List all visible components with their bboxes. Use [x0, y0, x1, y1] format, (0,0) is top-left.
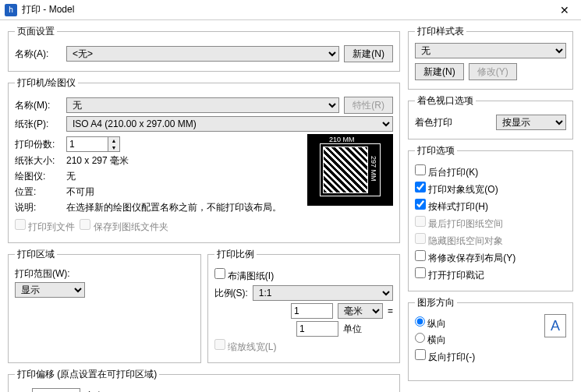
app-icon: h [5, 4, 17, 16]
desc-label: 说明: [15, 201, 62, 214]
offset-x-input[interactable] [32, 388, 80, 392]
landscape-radio[interactable]: 横向 [415, 333, 446, 347]
opt-lineweight-check[interactable]: 打印对象线宽(O) [415, 182, 498, 196]
scale-label: 比例(S): [214, 287, 248, 300]
opt-background-check[interactable]: 后台打印(K) [415, 164, 478, 179]
printer-name-label: 名称(M): [15, 99, 62, 112]
range-select[interactable]: 显示 [15, 282, 85, 298]
portrait-radio[interactable]: 纵向 [415, 316, 446, 330]
plot-area-legend: 打印区域 [15, 248, 57, 261]
plot-offset-legend: 打印偏移 (原点设置在可打印区域) [15, 368, 159, 381]
copies-spinner[interactable]: ▲▼ [66, 136, 120, 152]
paper-label: 纸张(P): [15, 118, 62, 131]
style-edit-button[interactable]: 修改(Y) [469, 63, 517, 80]
opt-hide-paperspace-check[interactable]: 隐藏图纸空间对象 [415, 233, 503, 248]
orientation-legend: 图形方向 [415, 296, 457, 309]
paper-preview: 210 MM 297 MM [307, 134, 393, 206]
scale-eq: = [388, 305, 393, 316]
offset-x-unit: 毫米 [85, 390, 104, 393]
page-setup-legend: 页面设置 [15, 25, 57, 38]
opt-last-paperspace-check[interactable]: 最后打印图纸空间 [415, 216, 503, 231]
plotter-value: 无 [66, 170, 76, 183]
print-to-file-check[interactable]: 打印到文件 [15, 219, 75, 234]
scale-unit-select[interactable]: 毫米 [338, 303, 383, 319]
shaded-viewport-group: 着色视口选项 着色打印 按显示 [408, 94, 573, 139]
save-to-sheet-check[interactable]: 保存到图纸文件夹 [80, 219, 168, 234]
scale-lineweight-check[interactable]: 缩放线宽(L) [214, 339, 277, 354]
opt-save-layout-check[interactable]: 将修改保存到布局(Y) [415, 250, 515, 265]
shaded-legend: 着色视口选项 [415, 94, 476, 108]
pagesetup-new-button[interactable]: 新建(N) [344, 45, 393, 62]
options-legend: 打印选项 [415, 144, 457, 157]
printer-group: 打印机/绘图仪 名称(M): 无 特性(R) 纸张(P): ISO A4 (21… [8, 76, 400, 243]
orientation-group: 图形方向 纵向 横向 反向打印(-) A [408, 296, 573, 381]
plot-offset-group: 打印偏移 (原点设置在可打印区域) X: 毫米 Y: 毫米 居中打印(C) [8, 368, 400, 392]
plotter-label: 绘图仪: [15, 170, 62, 183]
fit-paper-check[interactable]: 布满图纸(I) [214, 268, 275, 283]
pagesetup-name-select[interactable]: <无> [66, 46, 339, 62]
paper-select[interactable]: ISO A4 (210.00 x 297.00 MM) [66, 116, 393, 132]
scale-select[interactable]: 1:1 [253, 285, 393, 301]
plot-scale-group: 打印比例 布满图纸(I) 比例(S): 1:1 毫米 = 单位 缩放线宽(L) [207, 248, 401, 363]
range-label: 打印范围(W): [15, 267, 194, 281]
scale-mm-input[interactable] [291, 303, 333, 319]
plot-options-group: 打印选项 后台打印(K) 打印对象线宽(O) 按样式打印(H) 最后打印图纸空间… [408, 144, 573, 291]
titlebar: h 打印 - Model ✕ [0, 0, 581, 20]
spinner-up-icon[interactable]: ▲ [108, 137, 119, 144]
size-label: 纸张大小: [15, 154, 62, 168]
desc-value: 在选择新的绘图仪配置名称之前，不能打印该布局。 [66, 201, 282, 214]
close-icon[interactable]: ✕ [553, 4, 576, 16]
printer-legend: 打印机/绘图仪 [15, 76, 78, 90]
preview-width-label: 210 MM [329, 136, 355, 143]
copies-label: 打印份数: [15, 138, 62, 151]
style-table-select[interactable]: 无 [415, 43, 566, 58]
reverse-check[interactable]: 反向打印(-) [415, 349, 475, 364]
style-table-legend: 打印样式表 [415, 25, 466, 38]
orientation-icon: A [544, 314, 566, 337]
plot-scale-legend: 打印比例 [214, 248, 257, 261]
size-value: 210 x 297 毫米 [66, 154, 129, 168]
style-new-button[interactable]: 新建(N) [415, 63, 464, 80]
opt-style-check[interactable]: 按样式打印(H) [415, 199, 488, 214]
shaded-select[interactable]: 按显示 [496, 115, 566, 130]
location-value: 不可用 [66, 185, 94, 199]
scale-unit-label: 单位 [343, 323, 393, 336]
window-title: 打印 - Model [22, 3, 553, 16]
page-setup-group: 页面设置 名称(A): <无> 新建(N) [8, 25, 400, 72]
plot-area-group: 打印区域 打印范围(W): 显示 [8, 248, 201, 363]
pagesetup-name-label: 名称(A): [15, 48, 62, 61]
spinner-down-icon[interactable]: ▼ [108, 144, 119, 151]
copies-input[interactable] [66, 136, 108, 152]
printer-name-select[interactable]: 无 [66, 97, 339, 113]
opt-stamp-check[interactable]: 打开打印戳记 [415, 267, 484, 282]
style-table-group: 打印样式表 无 新建(N) 修改(Y) [408, 25, 573, 90]
scale-unit-input[interactable] [296, 321, 338, 337]
printer-properties-button[interactable]: 特性(R) [344, 97, 393, 114]
location-label: 位置: [15, 185, 62, 199]
shaded-label: 着色打印 [415, 116, 452, 129]
